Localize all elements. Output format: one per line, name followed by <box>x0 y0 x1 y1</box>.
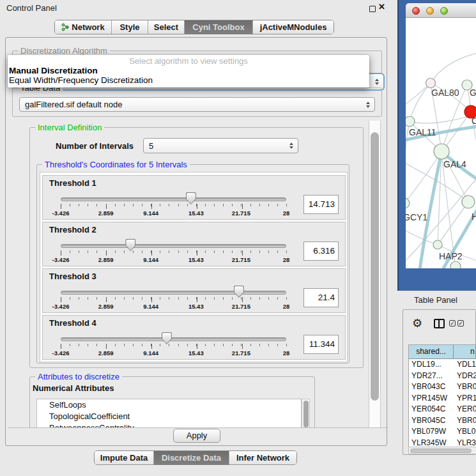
table-cell[interactable]: YDL1 <box>454 359 476 371</box>
attribute-item[interactable]: BetweennessCentrality <box>37 422 301 428</box>
table-cell[interactable]: YLR3 <box>454 438 476 447</box>
tab-discretize-data[interactable]: Discretize Data <box>153 451 229 464</box>
table-cell[interactable]: YLR345W <box>409 438 454 447</box>
mac-close-icon[interactable] <box>412 7 420 15</box>
tick-label: 2.859 <box>98 210 114 217</box>
threshold-value-field[interactable]: 6.316 <box>303 242 339 261</box>
network-node-gal80[interactable] <box>426 79 436 88</box>
attributes-list-scrollbar[interactable] <box>302 399 310 428</box>
table-horizontal-scrollbar[interactable] <box>408 447 476 454</box>
tick-label: 21.715 <box>232 210 250 217</box>
slider-track[interactable] <box>61 337 286 341</box>
checkbox-icon[interactable]: ✓ <box>457 320 464 326</box>
table-cell[interactable]: YBL079W <box>409 426 454 438</box>
scrollbar-thumb[interactable] <box>371 132 379 401</box>
slider-handle[interactable] <box>162 332 172 344</box>
table-row[interactable]: YDR27...YDR2 <box>409 371 476 382</box>
network-node-gal4[interactable] <box>434 144 449 159</box>
attribute-item[interactable]: SelfLoops <box>37 399 301 411</box>
apply-button[interactable]: Apply <box>173 429 220 443</box>
table-row[interactable]: YER054CYER0 <box>409 404 476 415</box>
scrollbar-thumb[interactable] <box>303 401 309 427</box>
column-header-name[interactable]: n <box>454 345 476 358</box>
table-row[interactable]: YBR045CYBR0 <box>409 415 476 427</box>
slider-handle[interactable] <box>234 286 244 298</box>
column-header-shared-name[interactable]: shared... <box>409 345 454 358</box>
threshold-label: Threshold 4 <box>49 318 96 328</box>
threshold-slider[interactable]: -3.4262.8599.14415.4321.71528 <box>61 192 286 219</box>
table-row[interactable]: YBR043CYBR0 <box>409 381 476 393</box>
table-cell[interactable]: YDR2 <box>454 371 476 382</box>
tab-infer-network[interactable]: Infer Network <box>229 451 296 464</box>
table-cell[interactable]: YBR043C <box>409 381 454 393</box>
table-row[interactable]: YPR145WYPR1 <box>409 393 476 404</box>
network-window-titlebar[interactable] <box>406 3 476 18</box>
network-node-h[interactable] <box>462 196 475 208</box>
tab-impute-data[interactable]: Impute Data <box>95 451 153 464</box>
table-cell[interactable]: YBR0 <box>454 381 476 393</box>
tab-jactivemnodules[interactable]: jActiveMNodules <box>252 20 334 34</box>
mac-minimize-icon[interactable] <box>426 7 434 15</box>
network-node-hap2[interactable] <box>433 240 442 249</box>
tab-label: Network <box>72 22 104 32</box>
table-data-combo-value: galFiltered.sif default node <box>25 100 122 109</box>
attribute-item[interactable]: TopologicalCoefficient <box>37 411 301 422</box>
tab-network[interactable]: Network <box>55 20 111 34</box>
tick-label: 9.144 <box>143 303 158 310</box>
tick-label: 15.43 <box>188 210 204 217</box>
network-node[interactable] <box>450 261 461 268</box>
threshold-slider[interactable]: -3.4262.8599.14415.4321.71528 <box>61 285 286 312</box>
table-cell[interactable]: YDR27... <box>409 371 454 382</box>
table-cell[interactable]: YPR145W <box>409 393 454 404</box>
slider-track[interactable] <box>61 197 286 201</box>
table-cell[interactable]: YBL0 <box>454 426 476 438</box>
threshold-slider[interactable]: -3.4262.8599.14415.4321.71528 <box>61 238 286 265</box>
network-node-gal11[interactable] <box>406 116 415 127</box>
table-row[interactable]: YLR345WYLR3 <box>409 438 476 447</box>
network-edge <box>438 202 468 245</box>
network-canvas[interactable]: GAL80GALCGAL11GAL4GCY1HHAP2 <box>406 18 476 268</box>
scrollbar-thumb[interactable] <box>410 449 472 453</box>
slider-tick-labels: -3.4262.8599.14415.4321.71528 <box>61 256 286 263</box>
tick-label: -3.426 <box>52 349 70 357</box>
checkbox-icon[interactable]: ✓ <box>449 320 456 326</box>
tick-label: 21.715 <box>232 303 250 310</box>
slider-track[interactable] <box>61 244 286 248</box>
thresholds-group-title: Threshold's Coordinates for 5 Intervals <box>42 160 190 169</box>
threshold-value-field[interactable]: 11.344 <box>303 335 339 354</box>
algorithm-option-equal-width[interactable]: Equal Width/Frequency Discretization <box>9 75 153 85</box>
number-of-intervals-value: 5 <box>149 141 153 151</box>
threshold-value-field[interactable]: 21.4 <box>303 288 339 307</box>
table-row[interactable]: YBL079WYBL0 <box>409 426 476 438</box>
table-cell[interactable]: YER0 <box>454 404 476 415</box>
slider-major-ticks <box>61 297 288 302</box>
gear-icon[interactable]: ⚙ <box>412 318 422 329</box>
mac-zoom-icon[interactable] <box>440 7 448 15</box>
algorithm-hint-item[interactable]: Select algorithm to view settings <box>8 56 369 66</box>
algorithm-option-manual[interactable]: Manual Discretization <box>9 66 98 75</box>
close-icon[interactable]: ✕ <box>378 2 385 12</box>
threshold-slider[interactable]: -3.4262.8599.14415.4321.71528 <box>61 332 286 358</box>
attributes-group-title: Attributes to discretize <box>35 372 122 381</box>
table-cell[interactable]: YBR045C <box>409 415 454 427</box>
tab-style[interactable]: Style <box>111 20 148 34</box>
network-node-gcy1[interactable] <box>406 198 410 208</box>
table-cell[interactable]: YER054C <box>409 404 454 415</box>
table-row[interactable]: YDL19...YDL1 <box>409 359 476 371</box>
threshold-value-field[interactable]: 14.713 <box>303 195 339 214</box>
number-of-intervals-combo[interactable]: 5 <box>143 138 298 153</box>
table-cell[interactable]: YPR1 <box>454 393 476 404</box>
table-data-combo[interactable]: galFiltered.sif default node <box>19 97 375 112</box>
slider-handle[interactable] <box>125 239 135 251</box>
tab-select[interactable]: Select <box>148 20 184 34</box>
slider-handle[interactable] <box>186 192 196 204</box>
threshold-panel: Threshold 4 -3.4262.8599.14415.4321.7152… <box>42 315 346 360</box>
table-cell[interactable]: YBR0 <box>454 415 476 427</box>
column-layout-icon[interactable] <box>434 319 445 328</box>
tick-label: 15.43 <box>188 349 204 357</box>
float-window-icon[interactable] <box>369 6 376 12</box>
slider-track[interactable] <box>61 291 286 295</box>
table-cell[interactable]: YDL19... <box>409 359 454 371</box>
tab-cyni-toolbox[interactable]: Cyni Toolbox <box>184 20 252 34</box>
settings-scrollbar[interactable] <box>369 121 381 428</box>
